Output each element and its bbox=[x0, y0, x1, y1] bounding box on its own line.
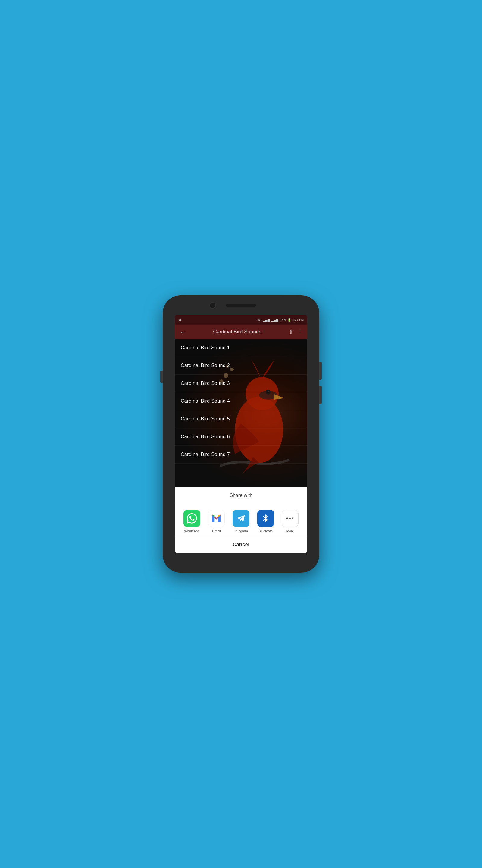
more-icon: ••• bbox=[282, 510, 298, 527]
bluetooth-icon bbox=[257, 510, 274, 527]
phone-btn-right1 bbox=[319, 362, 322, 380]
share-telegram[interactable]: Telegram bbox=[232, 510, 250, 533]
battery-icon: 🔋 bbox=[287, 318, 291, 321]
bluetooth-label: Bluetooth bbox=[258, 529, 272, 533]
sound-list: Cardinal Bird Sound 1 Cardinal Bird Soun… bbox=[175, 339, 307, 464]
wifi-bars: ▂▄▆ bbox=[271, 318, 278, 321]
share-sheet: Share with WhatsApp bbox=[175, 487, 307, 553]
cancel-button[interactable]: Cancel bbox=[175, 536, 307, 553]
status-right: 4G ▂▄▆ ▂▄▆ 47% 🔋 1:27 PM bbox=[257, 318, 304, 321]
gmail-icon bbox=[208, 510, 225, 527]
sound-item-label-7: Cardinal Bird Sound 7 bbox=[181, 452, 230, 457]
status-bar: 🖼 4G ▂▄▆ ▂▄▆ 47% 🔋 1:27 PM bbox=[175, 315, 307, 324]
phone-device: 🖼 4G ▂▄▆ ▂▄▆ 47% 🔋 1:27 PM ← Cardinal Bi… bbox=[163, 296, 319, 572]
share-more[interactable]: ••• More bbox=[282, 510, 298, 533]
sound-item-2[interactable]: Cardinal Bird Sound 2 bbox=[175, 357, 307, 375]
sound-item-label-2: Cardinal Bird Sound 2 bbox=[181, 363, 230, 368]
whatsapp-icon bbox=[184, 510, 200, 527]
phone-btn-left bbox=[160, 371, 163, 383]
sound-item-label-3: Cardinal Bird Sound 3 bbox=[181, 381, 230, 386]
network-type: 4G bbox=[257, 318, 261, 321]
app-bar-actions: ⇧ ⋮ bbox=[289, 329, 302, 335]
sound-item-1[interactable]: Cardinal Bird Sound 1 bbox=[175, 339, 307, 357]
sound-item-5[interactable]: Cardinal Bird Sound 5 bbox=[175, 410, 307, 428]
clock: 1:27 PM bbox=[292, 318, 304, 321]
share-button[interactable]: ⇧ bbox=[289, 329, 293, 335]
app-bar: ← Cardinal Bird Sounds ⇧ ⋮ bbox=[175, 324, 307, 339]
status-left: 🖼 bbox=[178, 318, 181, 321]
sound-item-3[interactable]: Cardinal Bird Sound 3 bbox=[175, 375, 307, 393]
sound-item-label-4: Cardinal Bird Sound 4 bbox=[181, 398, 230, 404]
battery-percent: 47% bbox=[280, 318, 286, 321]
sound-item-label-6: Cardinal Bird Sound 6 bbox=[181, 434, 230, 439]
app-title: Cardinal Bird Sounds bbox=[190, 329, 284, 335]
share-bluetooth[interactable]: Bluetooth bbox=[257, 510, 274, 533]
phone-screen: 🖼 4G ▂▄▆ ▂▄▆ 47% 🔋 1:27 PM ← Cardinal Bi… bbox=[175, 315, 307, 553]
sound-item-6[interactable]: Cardinal Bird Sound 6 bbox=[175, 428, 307, 446]
sound-item-label-5: Cardinal Bird Sound 5 bbox=[181, 416, 230, 421]
notification-icon: 🖼 bbox=[178, 318, 181, 321]
more-dots-icon: ••• bbox=[286, 515, 294, 522]
gmail-label: Gmail bbox=[212, 529, 221, 533]
share-apps-row: WhatsApp bbox=[175, 504, 307, 536]
phone-speaker bbox=[226, 304, 256, 307]
share-title: Share with bbox=[175, 487, 307, 504]
telegram-label: Telegram bbox=[234, 529, 248, 533]
whatsapp-label: WhatsApp bbox=[184, 529, 199, 533]
signal-bars: ▂▄▆ bbox=[263, 318, 270, 321]
sound-item-label-1: Cardinal Bird Sound 1 bbox=[181, 345, 230, 350]
phone-camera bbox=[210, 302, 216, 309]
phone-btn-right2 bbox=[319, 386, 322, 404]
sound-item-4[interactable]: Cardinal Bird Sound 4 bbox=[175, 393, 307, 410]
more-options-button[interactable]: ⋮ bbox=[298, 329, 302, 335]
share-gmail[interactable]: Gmail bbox=[208, 510, 225, 533]
share-whatsapp[interactable]: WhatsApp bbox=[184, 510, 200, 533]
sound-item-7[interactable]: Cardinal Bird Sound 7 bbox=[175, 446, 307, 464]
more-label: More bbox=[287, 529, 294, 533]
telegram-icon bbox=[232, 510, 250, 527]
main-content: Cardinal Bird Sound 1 Cardinal Bird Soun… bbox=[175, 339, 307, 487]
back-button[interactable]: ← bbox=[180, 329, 186, 336]
